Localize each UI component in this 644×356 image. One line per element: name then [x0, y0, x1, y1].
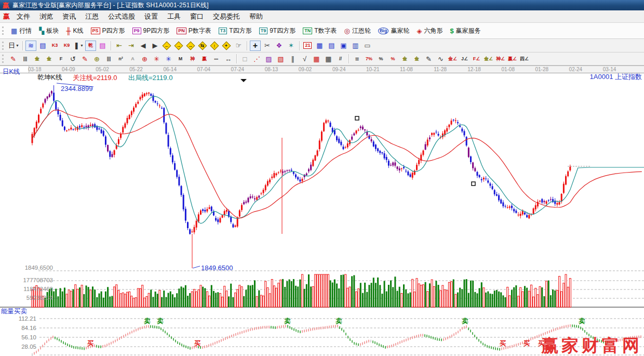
kline-3-button[interactable]: K3: [49, 41, 60, 51]
hatch-button[interactable]: //: [335, 54, 346, 64]
menu-item-5[interactable]: 公式选股: [103, 11, 140, 22]
t-square-button[interactable]: T3T四方形: [215, 25, 256, 36]
f-angle-button[interactable]: F∠: [471, 54, 482, 64]
title-bar[interactable]: 赢 赢家江恩专业版[赢家内部服务平台] - [上证指数 SH1A0001-251…: [0, 0, 644, 10]
percent-line-button[interactable]: %: [387, 54, 398, 64]
gann-wheel-button[interactable]: ◎江恩轮: [341, 25, 374, 36]
calculator-button[interactable]: ▦: [314, 41, 325, 51]
purple-tool-button[interactable]: ❖: [274, 41, 285, 51]
shift-left-button[interactable]: ←: [162, 41, 172, 51]
ying-angle-button[interactable]: 赢∠: [507, 54, 518, 64]
prev-page-button[interactable]: ◀: [138, 41, 149, 51]
j-angle-button[interactable]: J∠: [459, 54, 470, 64]
ying-ruler-button[interactable]: 赢: [199, 54, 210, 64]
reset-view-button[interactable]: +: [221, 41, 232, 51]
save-button[interactable]: ▣: [338, 41, 349, 51]
wave-a-button[interactable]: ∿: [435, 54, 446, 64]
hexagon-button[interactable]: ◈六角形: [413, 25, 446, 36]
menu-item-1[interactable]: 文件: [12, 11, 35, 22]
first-page-button[interactable]: ⇤: [114, 41, 125, 51]
calendar-button[interactable]: 21: [302, 41, 313, 51]
gold-grid-button[interactable]: 金: [32, 54, 43, 64]
shen-angle-button[interactable]: 神∠: [495, 54, 506, 64]
spiral-button[interactable]: ↺: [68, 54, 78, 64]
toolbar-drag-handle[interactable]: [2, 42, 5, 50]
winner-service-button[interactable]: $赢家服务: [446, 25, 484, 36]
expand-h-button[interactable]: ↔: [185, 41, 196, 51]
toolbar-drag-handle[interactable]: [2, 55, 5, 63]
kline-9-button[interactable]: K9: [61, 41, 72, 51]
kline-button[interactable]: ╫K线: [62, 25, 87, 36]
chart-canvas[interactable]: 乾坤K线 关注线=2119.0 出局线=2119.0 2344.8899 1A0…: [0, 73, 644, 356]
zigzag-chart-button[interactable]: ≋: [25, 41, 36, 51]
wave-mark-button[interactable]: M: [175, 54, 186, 64]
qiankun-kline-button[interactable]: 乾: [85, 41, 96, 51]
web-box-button[interactable]: ▧: [275, 54, 286, 64]
quote-table-button[interactable]: ▦行情: [7, 25, 35, 36]
compress-h-button[interactable]: ⇆: [197, 41, 208, 51]
toolbar-drag-handle[interactable]: [2, 27, 5, 35]
time-ruler-button[interactable]: |||: [20, 54, 31, 64]
gann-circle-button[interactable]: ⊕: [91, 54, 102, 64]
gold-slash-button[interactable]: 金∠: [483, 54, 494, 64]
expand-v-button[interactable]: ↕: [209, 41, 220, 51]
period-day-button[interactable]: 日▼: [8, 41, 20, 51]
spider-web-blue-button[interactable]: ✳: [163, 54, 174, 64]
n-square-button[interactable]: n²: [115, 54, 126, 64]
t-number-table-button[interactable]: TNT数字表: [299, 25, 340, 36]
shift-right-button[interactable]: →: [173, 41, 184, 51]
select-box-button[interactable]: □: [239, 54, 250, 64]
winner-wheel-button[interactable]: Big赢家轮: [374, 25, 413, 36]
price-scale-button[interactable]: ≡: [352, 54, 363, 64]
red-grid-button[interactable]: ▦: [311, 54, 322, 64]
nine-t-square-button[interactable]: T99T四方形: [256, 25, 300, 36]
menu-item-6[interactable]: 设置: [140, 11, 163, 22]
target-circle-button[interactable]: ⊕: [139, 54, 150, 64]
percent-button[interactable]: %: [375, 54, 386, 64]
menu-item-2[interactable]: 浏览: [35, 11, 58, 22]
next-page-button[interactable]: ▶: [150, 41, 160, 51]
p-number-table-button[interactable]: PNP数字表: [173, 25, 215, 36]
gold-angle-button[interactable]: 金∠: [447, 54, 458, 64]
crosshair-button[interactable]: +: [250, 41, 261, 51]
menu-item-8[interactable]: 窗口: [185, 11, 208, 22]
shen-ruler-button[interactable]: 神: [187, 54, 198, 64]
teal-tool-button[interactable]: ✶: [286, 41, 297, 51]
hand-drag-button[interactable]: ☞: [233, 41, 244, 51]
trend-check-button[interactable]: √: [299, 54, 310, 64]
h-measure-button[interactable]: ↔: [223, 54, 234, 64]
menu-item-7[interactable]: 工具: [163, 11, 185, 22]
gold-grid-2-button[interactable]: 金: [44, 54, 55, 64]
marker-pen-button[interactable]: ✎: [79, 54, 90, 64]
brush-tool-button[interactable]: ✎: [8, 54, 19, 64]
dark-grid-button[interactable]: ▦: [323, 54, 334, 64]
print-button[interactable]: ▭: [362, 41, 373, 51]
fibo-grid-button[interactable]: F: [56, 54, 66, 64]
menu-item-9[interactable]: 交易委托: [208, 11, 245, 22]
menu-item-3[interactable]: 资讯: [58, 11, 81, 22]
sketch-pen-button[interactable]: ✎: [423, 54, 434, 64]
info-panel-button[interactable]: ▤: [37, 41, 48, 51]
candle-style-button[interactable]: ❚▼: [73, 41, 84, 51]
parallel-lines-button[interactable]: ∥: [287, 54, 298, 64]
fan-lines-button[interactable]: ⋰: [251, 54, 262, 64]
nine-p-square-button[interactable]: P99P四方形: [129, 25, 173, 36]
measure-scissors-button[interactable]: ✂: [262, 41, 273, 51]
color-volume-button[interactable]: ▤: [97, 41, 108, 51]
si-angle-button[interactable]: 四∠: [519, 54, 530, 64]
gann-box-button[interactable]: ▨: [263, 54, 274, 64]
p-square-button[interactable]: PSP四方形: [87, 25, 129, 36]
mirror-angle-button[interactable]: A: [127, 54, 138, 64]
gold-line-button[interactable]: 金: [411, 54, 422, 64]
gold-circle-button[interactable]: 金: [399, 54, 410, 64]
last-page-button[interactable]: ⇥: [126, 41, 137, 51]
ruler-123-button[interactable]: ┉: [211, 54, 222, 64]
spider-web-button[interactable]: ✳: [151, 54, 162, 64]
menu-item-10[interactable]: 帮助: [245, 11, 267, 22]
sector-blocks-button[interactable]: ▚板块: [35, 25, 62, 36]
notes-button[interactable]: ▤: [326, 41, 337, 51]
capture-button[interactable]: ▥: [350, 41, 361, 51]
menu-item-4[interactable]: 江恩: [81, 11, 103, 22]
tick-marks-button[interactable]: |||: [103, 54, 114, 64]
percent-strike-button[interactable]: 7%: [364, 54, 374, 64]
